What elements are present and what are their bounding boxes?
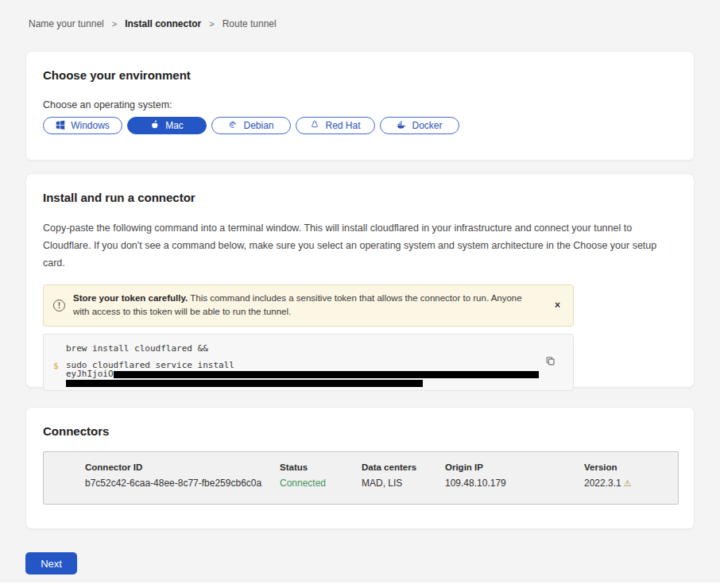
os-button-docker[interactable]: Docker xyxy=(380,117,459,134)
command-line-brew: brew install cloudflared && xyxy=(66,344,554,353)
install-connector-card: Install and run a connector Copy-paste t… xyxy=(25,173,695,388)
breadcrumb-route-tunnel[interactable]: Route tunnel xyxy=(223,18,277,29)
breadcrumb: Name your tunnel > Install connector > R… xyxy=(0,0,720,29)
connectors-table: Connector ID Status Data centers Origin … xyxy=(43,451,679,505)
copy-icon[interactable] xyxy=(545,356,555,369)
token-warning-title: Store your token carefully. xyxy=(73,293,188,303)
os-select-label: Choose an operating system: xyxy=(43,99,677,110)
alert-circle-icon: ! xyxy=(53,300,65,311)
environment-card: Choose your environment Choose an operat… xyxy=(25,51,695,161)
breadcrumb-install-connector[interactable]: Install connector xyxy=(125,18,201,29)
token-line: eyJhIjoiO xyxy=(66,369,554,378)
os-button-redhat[interactable]: Red Hat xyxy=(296,117,375,134)
redhat-linux-icon xyxy=(310,120,319,132)
close-icon[interactable]: × xyxy=(552,300,563,311)
apple-icon xyxy=(150,120,160,132)
connectors-card: Connectors Connector ID Status Data cent… xyxy=(25,407,695,529)
cell-version: 2022.3.1⚠ xyxy=(584,478,678,489)
token-warning-text: Store your token carefully. This command… xyxy=(73,292,540,320)
warning-triangle-icon: ⚠ xyxy=(624,478,632,488)
os-button-label: Debian xyxy=(243,120,273,131)
token-line-2 xyxy=(66,378,554,387)
docker-icon xyxy=(397,120,406,132)
cell-data-centers: MAD, LIS xyxy=(362,478,445,489)
install-command-codeblock: $ brew install cloudflared && sudo cloud… xyxy=(43,334,574,391)
status-badge: Connected xyxy=(280,478,362,489)
table-row: b7c52c42-6caa-48ee-8c77-fbe259cb6c0a Con… xyxy=(85,478,678,489)
connectors-card-title: Connectors xyxy=(43,424,677,438)
page-background: Name your tunnel > Install connector > R… xyxy=(0,0,720,582)
os-button-label: Mac xyxy=(165,120,184,131)
cell-connector-id: b7c52c42-6caa-48ee-8c77-fbe259cb6c0a xyxy=(85,478,280,489)
header-connector-id: Connector ID xyxy=(85,462,280,472)
install-card-title: Install and run a connector xyxy=(43,191,677,204)
token-warning-banner: ! Store your token carefully. This comma… xyxy=(43,284,574,327)
os-button-label: Red Hat xyxy=(325,120,360,131)
header-origin-ip: Origin IP xyxy=(445,462,584,472)
debian-icon xyxy=(228,120,238,132)
redacted-token-bar xyxy=(114,371,539,378)
os-button-label: Docker xyxy=(412,120,442,131)
os-button-label: Windows xyxy=(71,120,110,131)
environment-card-title: Choose your environment xyxy=(43,68,677,82)
shell-prompt: $ xyxy=(53,361,59,371)
connectors-table-header: Connector ID Status Data centers Origin … xyxy=(85,462,678,472)
windows-icon xyxy=(56,120,65,132)
version-value: 2022.3.1 xyxy=(584,478,621,489)
breadcrumb-separator: > xyxy=(112,19,117,29)
breadcrumb-separator: > xyxy=(209,19,214,29)
next-button[interactable]: Next xyxy=(25,552,77,574)
os-button-mac[interactable]: Mac xyxy=(127,117,207,134)
os-button-group: Windows Mac Debian Red Hat xyxy=(43,117,677,134)
header-data-centers: Data centers xyxy=(362,462,445,472)
redacted-token-bar xyxy=(66,380,423,387)
breadcrumb-name-your-tunnel[interactable]: Name your tunnel xyxy=(29,18,104,29)
os-button-debian[interactable]: Debian xyxy=(211,117,291,134)
command-line-service-install: sudo cloudflared service install xyxy=(66,361,554,369)
header-version: Version xyxy=(584,462,678,472)
os-button-windows[interactable]: Windows xyxy=(43,117,122,134)
install-description: Copy-paste the following command into a … xyxy=(43,220,677,273)
header-status: Status xyxy=(280,462,362,472)
cell-origin-ip: 109.48.10.179 xyxy=(445,478,584,489)
footer-actions: Next xyxy=(25,552,695,574)
